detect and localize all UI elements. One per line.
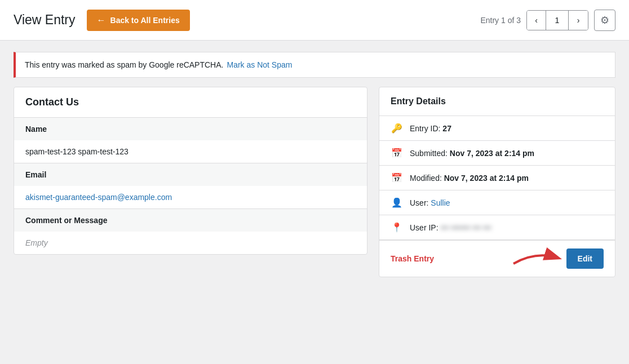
calendar-submitted-icon: 📅	[391, 148, 403, 158]
location-icon: 📍	[391, 222, 403, 233]
entry-details-footer: Trash Entry Edit	[379, 240, 615, 277]
user-link[interactable]: Sullie	[431, 198, 450, 207]
submitted-text: Submitted: Nov 7, 2023 at 2:14 pm	[410, 149, 534, 158]
key-icon: 🔑	[391, 123, 403, 134]
gear-icon: ⚙	[600, 14, 609, 26]
contact-card-title: Contact Us	[14, 87, 367, 118]
page-header: View Entry ← Back to All Entries Entry 1…	[0, 0, 629, 41]
name-field-row: Name spam-test-123 spam-test-123	[14, 118, 367, 163]
user-text: User: Sullie	[410, 198, 450, 207]
modified-row: 📅 Modified: Nov 7, 2023 at 2:14 pm	[379, 166, 615, 190]
user-ip-row: 📍 User IP: ••• ••••••• ••• •••	[379, 215, 615, 240]
entry-details-title: Entry Details	[379, 87, 615, 116]
arrow-annotation	[508, 247, 564, 271]
trash-entry-link[interactable]: Trash Entry	[391, 254, 434, 263]
entry-id-text: Entry ID: 27	[410, 124, 451, 133]
spam-notice-text: This entry was marked as spam by Google …	[25, 60, 223, 69]
entry-details-card: Entry Details 🔑 Entry ID: 27 📅 Submitted…	[379, 87, 615, 277]
back-to-all-entries-button[interactable]: ← Back to All Entries	[87, 10, 190, 31]
name-field-label: Name	[14, 118, 367, 140]
arrow-left-icon: ←	[97, 15, 106, 25]
ip-address: ••• ••••••• ••• •••	[440, 223, 491, 232]
user-ip-text: User IP: ••• ••••••• ••• •••	[410, 223, 491, 232]
arrow-pointing-right-svg	[508, 247, 564, 269]
edit-button[interactable]: Edit	[566, 248, 604, 269]
email-field-row: Email akismet-guaranteed-spam@example.co…	[14, 163, 367, 209]
comment-field-label: Comment or Message	[14, 209, 367, 232]
page-title: View Entry	[14, 12, 76, 28]
entry-id-row: 🔑 Entry ID: 27	[379, 116, 615, 141]
email-field-value: akismet-guaranteed-spam@example.com	[14, 186, 367, 208]
main-content: This entry was marked as spam by Google …	[0, 41, 629, 288]
email-field-label: Email	[14, 163, 367, 186]
mark-not-spam-link[interactable]: Mark as Not Spam	[227, 60, 292, 69]
email-link[interactable]: akismet-guaranteed-spam@example.com	[25, 193, 172, 202]
user-row: 👤 User: Sullie	[379, 190, 615, 215]
two-column-layout: Contact Us Name spam-test-123 spam-test-…	[14, 87, 615, 277]
entry-navigation: Entry 1 of 3 ‹ › ⚙	[480, 10, 615, 31]
calendar-modified-icon: 📅	[391, 172, 403, 183]
nav-controls: ‹ ›	[526, 10, 588, 30]
contact-form-card: Contact Us Name spam-test-123 spam-test-…	[14, 87, 367, 255]
back-button-label: Back to All Entries	[110, 16, 180, 25]
prev-entry-button[interactable]: ‹	[527, 11, 546, 30]
page-number-input[interactable]	[546, 11, 569, 30]
user-icon: 👤	[391, 197, 403, 208]
comment-field-row: Comment or Message Empty	[14, 209, 367, 254]
next-entry-button[interactable]: ›	[569, 11, 588, 30]
modified-text: Modified: Nov 7, 2023 at 2:14 pm	[410, 174, 529, 183]
entry-nav-label: Entry 1 of 3	[480, 16, 521, 25]
settings-button[interactable]: ⚙	[594, 10, 615, 31]
spam-notice-banner: This entry was marked as spam by Google …	[14, 52, 615, 78]
comment-field-value: Empty	[14, 232, 367, 254]
submitted-row: 📅 Submitted: Nov 7, 2023 at 2:14 pm	[379, 141, 615, 166]
name-field-value: spam-test-123 spam-test-123	[14, 140, 367, 163]
